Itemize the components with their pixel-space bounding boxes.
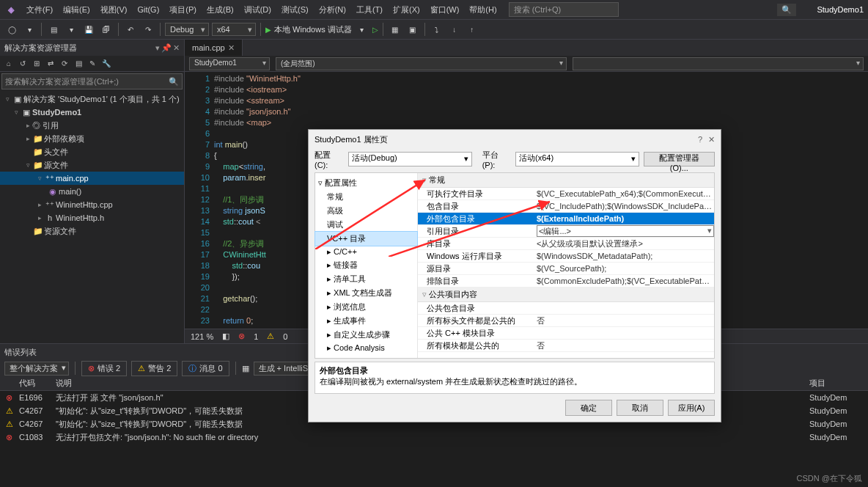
home-icon[interactable]: ⌂	[3, 59, 15, 67]
menu-item[interactable]: 工具(T)	[352, 2, 387, 18]
main-cpp-node[interactable]: ▿⁺⁺main.cpp	[0, 172, 184, 185]
property-row[interactable]: 引用目录<编辑...>	[418, 225, 714, 238]
warnings-filter[interactable]: ⚠警告 2	[131, 361, 177, 376]
property-row[interactable]: 公共包含目录	[418, 302, 714, 315]
solution-filter[interactable]: 整个解决方案	[4, 362, 69, 376]
property-row[interactable]: 源目录$(VC_SourcePath);	[418, 263, 714, 275]
tree-item[interactable]: ▸ XML 文档生成器	[315, 286, 417, 300]
debugger-label[interactable]: 本地 Windows 调试器	[274, 24, 352, 35]
main-fn-node[interactable]: ◉main()	[0, 185, 184, 198]
menu-item[interactable]: 调试(D)	[240, 2, 276, 18]
menu-item[interactable]: 扩展(X)	[389, 2, 424, 18]
property-row[interactable]: 所有模块都是公共的否	[418, 340, 714, 352]
tree-item[interactable]: ▸ 浏览信息	[315, 300, 417, 314]
menu-item[interactable]: 窗口(W)	[426, 2, 464, 18]
zoom-level[interactable]: 121 %	[191, 332, 213, 341]
tree-item[interactable]: ▸ 链接器	[315, 258, 417, 272]
tree-root[interactable]: ▿ 配置属性	[315, 176, 417, 190]
menu-item[interactable]: 视图(V)	[96, 2, 132, 18]
property-tree[interactable]: ▿ 配置属性 常规高级调试VC++ 目录▸ C/C++▸ 链接器▸ 清单工具▸ …	[315, 173, 418, 358]
dialog-titlebar[interactable]: StudyDemo1 属性页 ?✕	[309, 130, 721, 149]
config-manager-button[interactable]: 配置管理器(O)...	[644, 152, 715, 166]
config-dropdown[interactable]: Debug	[165, 23, 209, 36]
menu-item[interactable]: 帮助(H)	[465, 2, 501, 18]
menu-item[interactable]: Git(G)	[133, 3, 163, 16]
undo-icon[interactable]: ↶	[123, 22, 138, 37]
start-nodbg-icon[interactable]: ▷	[372, 26, 378, 34]
project-node[interactable]: ▿▣StudyDemo1	[0, 106, 184, 119]
solution-tree[interactable]: ▿▣解决方案 'StudyDemo1' (1 个项目，共 1 个) ▿▣Stud…	[0, 91, 184, 343]
property-row[interactable]: 库目录<从父级或项目默认设置继承>	[418, 238, 714, 250]
step-out-icon[interactable]: ↑	[465, 22, 479, 37]
solution-search-input[interactable]: 搜索解决方案资源管理器(Ctrl+;)🔍	[1, 73, 183, 89]
property-row[interactable]: 外部包含目录$(ExternalIncludePath)	[418, 213, 714, 225]
sources-node[interactable]: ▿📁源文件	[0, 158, 184, 172]
start-debug-icon[interactable]: ▶	[265, 26, 271, 34]
references-node[interactable]: ▸◎ 引用	[0, 119, 184, 132]
property-row[interactable]: 所有标头文件都是公共的否	[418, 315, 714, 327]
close-dialog-icon[interactable]: ✕	[708, 135, 715, 144]
wininet-h-node[interactable]: ▸hWininetHttp.h	[0, 211, 184, 224]
new-icon[interactable]: ▤	[46, 22, 61, 37]
ok-button[interactable]: 确定	[565, 400, 612, 416]
errors-filter[interactable]: ⊗错误 2	[81, 361, 127, 376]
tree-item[interactable]: ▸ Code Analysis	[315, 342, 417, 354]
tree-item[interactable]: ▸ 清单工具	[315, 272, 417, 286]
property-row[interactable]: Windows 运行库目录$(WindowsSDK_MetadataPath);	[418, 250, 714, 263]
nav-fwd-icon[interactable]: ▾	[22, 22, 37, 37]
platform-dropdown[interactable]: x64	[212, 23, 256, 36]
wininet-cpp-node[interactable]: ▸⁺⁺WininetHttp.cpp	[0, 198, 184, 211]
pin2-icon[interactable]: 📌	[161, 43, 172, 52]
close-panel-icon[interactable]: ✕	[173, 43, 180, 52]
platform-select[interactable]: 活动(x64)	[515, 152, 639, 166]
resources-node[interactable]: 📁资源文件	[0, 224, 184, 238]
tree-item[interactable]: VC++ 目录	[315, 232, 417, 246]
search-icon[interactable]: 🔍	[777, 4, 796, 16]
property-row[interactable]: 排除目录$(CommonExcludePath);$(VC_Executable…	[418, 275, 714, 288]
menu-item[interactable]: 生成(B)	[202, 2, 238, 18]
solution-node[interactable]: ▿▣解决方案 'StudyDemo1' (1 个项目，共 1 个)	[0, 92, 184, 106]
headers-node[interactable]: 📁头文件	[0, 145, 184, 158]
nav-scope[interactable]: (全局范围)	[276, 57, 567, 70]
tree-item[interactable]: 高级	[315, 204, 417, 218]
menu-item[interactable]: 项目(P)	[165, 2, 201, 18]
menu-item[interactable]: 分析(N)	[315, 2, 350, 18]
tree-item[interactable]: ▸ 生成事件	[315, 314, 417, 328]
redo-icon[interactable]: ↷	[141, 22, 155, 37]
tree-item[interactable]: ▸ C/C++	[315, 246, 417, 258]
property-row[interactable]: 可执行文件目录$(VC_ExecutablePath_x64);$(Common…	[418, 188, 714, 200]
pin-icon[interactable]: ▾	[155, 43, 160, 52]
property-row[interactable]: 公共 C++ 模块目录	[418, 327, 714, 340]
property-grid[interactable]: 常规 可执行文件目录$(VC_ExecutablePath_x64);$(Com…	[418, 173, 714, 358]
global-search-input[interactable]: 搜索 (Ctrl+Q)	[509, 2, 619, 17]
nav-member[interactable]	[573, 57, 864, 70]
open-icon[interactable]: ▾	[64, 22, 78, 37]
cancel-button[interactable]: 取消	[617, 400, 663, 416]
menu-item[interactable]: 编辑(E)	[59, 2, 95, 18]
tree-item[interactable]: ▸ 自定义生成步骤	[315, 328, 417, 342]
save-all-icon[interactable]: 🗐	[99, 22, 114, 37]
group-general[interactable]: 常规	[418, 173, 714, 188]
help-icon[interactable]: ?	[698, 135, 702, 144]
step-over-icon[interactable]: ⤵	[430, 22, 444, 37]
nav-icon[interactable]: ◧	[222, 332, 229, 341]
error-row[interactable]: ⊗C1083无法打开包括文件: "json/json.h": No such f…	[0, 431, 868, 444]
nav-back-icon[interactable]: ◯	[4, 22, 19, 37]
toolbox2-icon[interactable]: ▣	[405, 22, 420, 37]
step-into-icon[interactable]: ↓	[447, 22, 462, 37]
save-icon[interactable]: 💾	[81, 22, 96, 37]
tree-item[interactable]: 常规	[315, 190, 417, 204]
messages-filter[interactable]: ⓘ消息 0	[182, 361, 229, 376]
menu-item[interactable]: 测试(S)	[277, 2, 313, 18]
close-tab-icon[interactable]: ✕	[228, 43, 235, 53]
menu-item[interactable]: 文件(F)	[22, 2, 57, 18]
toolbox-icon[interactable]: ▦	[388, 22, 402, 37]
apply-button[interactable]: 应用(A)	[668, 400, 715, 416]
group-public[interactable]: 公共项目内容	[418, 288, 714, 302]
tree-item[interactable]: 调试	[315, 218, 417, 232]
config-select[interactable]: 活动(Debug)	[348, 152, 472, 166]
property-row[interactable]: 包含目录$(VC_IncludePath);$(WindowsSDK_Inclu…	[418, 200, 714, 213]
tab-main-cpp[interactable]: main.cpp✕	[185, 40, 243, 56]
external-deps-node[interactable]: ▸📁外部依赖项	[0, 132, 184, 145]
build-icon[interactable]: ▦	[242, 364, 249, 373]
